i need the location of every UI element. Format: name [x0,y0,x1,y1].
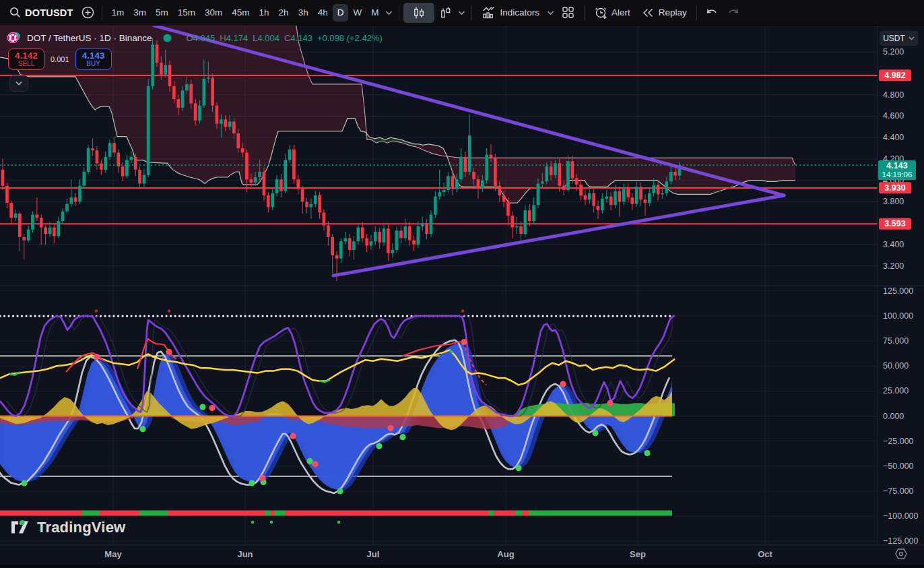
chart-canvas[interactable]: 5.2004.8004.6004.4004.2004.0003.8003.400… [0,0,924,568]
open-label: O [187,33,193,43]
plus-circle-icon [81,6,94,19]
price-label: 3.200 [883,261,904,271]
toolbar-separator [696,5,697,20]
low-value: 4.004 [257,33,279,43]
dot-coin-logo [7,32,22,44]
price-scale-currency-button[interactable]: USDT [880,31,918,46]
symbol-search-button[interactable]: DOTUSDT [4,3,78,23]
redo-arrow-icon [727,7,740,19]
alert-button[interactable]: Alert [589,3,636,23]
replay-rewind-icon [641,6,655,20]
chevron-down-icon [909,36,915,40]
timeframe-30m[interactable]: 30m [200,4,227,22]
indicator-value-label: −75.000 [883,486,914,496]
market-status-dot[interactable] [163,34,172,42]
candlestick-chart-icon [412,6,426,20]
price-label: 3.400 [883,240,904,249]
chart-style-expand-button[interactable] [456,3,467,23]
indicator-value-label: −125.000 [883,536,919,546]
indicator-value-label: 125.000 [883,286,913,296]
timeframe-1h[interactable]: 1h [255,4,274,22]
timeframe-M[interactable]: M [366,4,383,22]
alert-label: Alert [612,7,630,18]
timeframe-3m[interactable]: 3m [129,4,151,22]
timeframe-15m[interactable]: 15m [173,4,200,22]
sell-button[interactable]: 4.142 SELL [8,49,44,70]
close-label: C [284,33,290,43]
month-label: Aug [497,549,514,559]
month-label: Jul [367,549,380,559]
compare-add-symbol-button[interactable] [78,3,98,23]
timeframe-W[interactable]: W [348,4,366,22]
month-label: Jun [237,549,253,559]
month-label: Sep [630,549,646,559]
timeframe-3h[interactable]: 3h [294,4,313,22]
indicators-label: Indicators [500,7,539,18]
spread-value: 0.001 [51,55,69,63]
trade-panel: 4.142 SELL 0.001 4.143 BUY [8,49,112,70]
toolbar-separator [399,5,399,20]
replay-button[interactable]: Replay [636,3,692,23]
timeframe-D[interactable]: D [333,4,349,22]
search-icon [9,7,21,18]
layout-grid-button[interactable] [556,3,580,23]
timeframe-1m[interactable]: 1m [106,4,129,22]
price-label: 5.200 [883,47,904,57]
sell-label: SELL [18,61,34,68]
grid-layout-icon [562,6,574,19]
chart-style-hollow-candles-button[interactable] [434,3,456,23]
change-value: +0.098 (+2.42%) [317,33,383,43]
indicator-templates-button[interactable] [545,3,556,23]
buy-price: 4.143 [82,51,105,61]
timeframe-list: 1m3m5m15m30m45m1h2h3h4hDWM [106,4,383,22]
timeframe-4h[interactable]: 4h [313,4,333,22]
high-value: 4.174 [226,33,249,43]
indicator-value-label: 0.000 [883,412,904,421]
price-label: 3.800 [883,197,904,206]
trend-ribbon [0,511,672,516]
undo-arrow-icon [705,7,719,19]
indicator-value-label: 50.000 [883,361,909,371]
symbol-name: DOTUSDT [25,7,73,18]
indicators-icon [482,5,496,20]
chart-style-candles-button[interactable] [403,3,434,23]
alarm-clock-plus-icon [594,6,607,20]
timeframe-5m[interactable]: 5m [151,4,173,22]
tradingview-watermark: TradingView [11,519,125,536]
replay-label: Replay [659,7,687,18]
indicator-value-label: −25.000 [883,437,914,446]
tradingview-wordmark: TradingView [37,519,125,536]
high-label: H [220,33,226,43]
current-price-badge-countdown: 14:19:06 [882,170,913,179]
ohlc-readout: O4.045 H4.174 L4.004 C4.143 +0.098 (+2.4… [187,33,383,43]
open-value: 4.045 [193,33,216,43]
symbol-title[interactable]: DOT / TetherUS · 1D · Binance [27,33,152,43]
chevron-down-icon [458,10,465,15]
redo-button[interactable] [723,3,744,23]
legend-collapse-button[interactable] [9,75,28,92]
timeframe-2h[interactable]: 2h [274,4,294,22]
indicator-value-label: 75.000 [883,336,909,346]
buy-button[interactable]: 4.143 BUY [75,49,112,70]
indicators-button[interactable]: Indicators [476,3,545,23]
buy-label: BUY [86,61,100,68]
chevron-down-icon [547,10,554,15]
axis-settings-gear-icon[interactable] [894,548,909,560]
undo-button[interactable] [701,3,723,23]
timeframe-expand-button[interactable] [383,3,395,23]
indicator-value-label: 100.000 [883,311,913,321]
level-price-badge-text: 3.593 [884,219,905,228]
close-value: 4.143 [290,33,312,43]
current-price-badge-price: 4.143 [886,161,907,170]
hollow-candles-icon [438,6,452,20]
toolbar-separator [102,5,102,20]
month-label: May [104,549,122,559]
level-price-badge-text: 3.930 [884,183,905,193]
month-label: Oct [758,549,772,559]
toolbar-separator [471,5,472,20]
level-price-badge-text: 4.982 [884,71,905,80]
sell-price: 4.142 [15,51,38,61]
currency-label: USDT [883,34,905,43]
timeframe-45m[interactable]: 45m [227,4,254,22]
tradingview-logo-icon [11,519,31,536]
